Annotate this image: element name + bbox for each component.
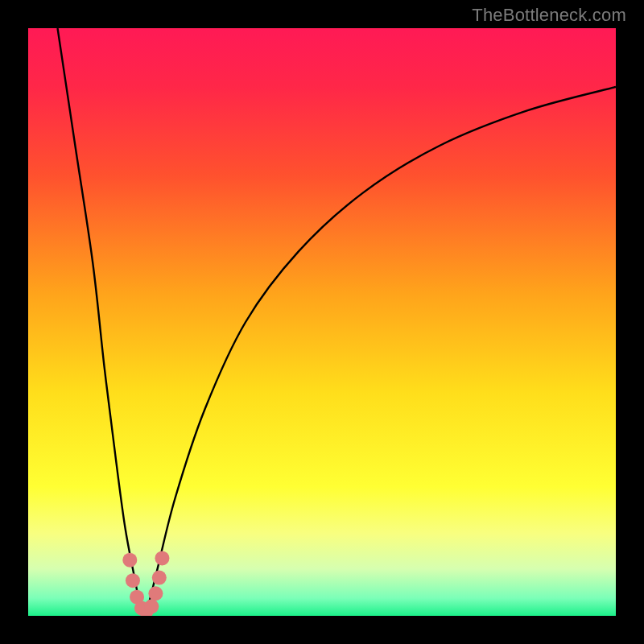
valley-dot bbox=[155, 551, 169, 565]
watermark-text: TheBottleneck.com bbox=[472, 5, 626, 26]
valley-dot bbox=[144, 599, 159, 613]
curve-right-branch bbox=[144, 87, 616, 616]
valley-dot bbox=[152, 571, 167, 585]
valley-dot bbox=[148, 586, 163, 601]
valley-marker-dots bbox=[122, 551, 169, 616]
valley-dot bbox=[122, 553, 137, 568]
valley-dot bbox=[126, 573, 140, 588]
curve-left-branch bbox=[58, 28, 144, 616]
chart-svg bbox=[28, 28, 616, 616]
outer-frame: TheBottleneck.com bbox=[0, 0, 644, 644]
plot-area bbox=[28, 28, 616, 616]
